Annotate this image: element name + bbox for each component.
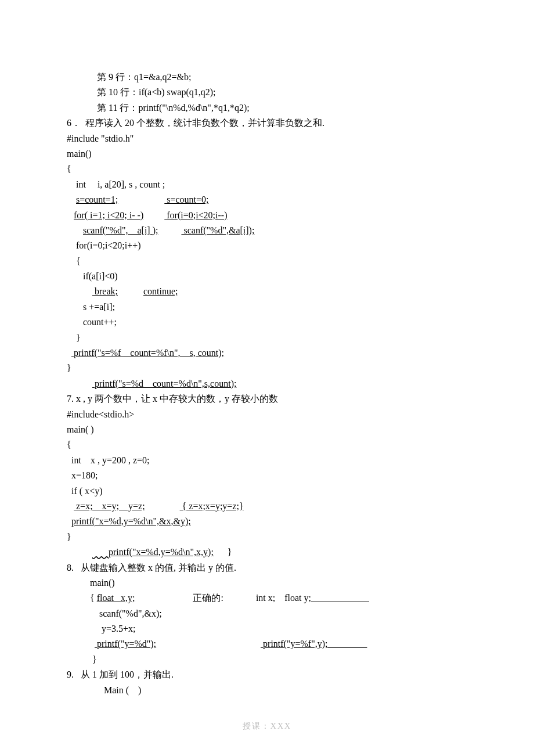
text-line: 第 11 行：printf("\n%d,%d\n",*q1,*q2); (67, 100, 467, 116)
code-line: } (67, 330, 467, 345)
text-line: 第 9 行：q1=&a,q2=&b; (67, 70, 467, 85)
code-line: Main ( ) (67, 683, 467, 698)
code-line: x=180; (67, 468, 467, 483)
code-line: if ( x<y) (67, 484, 467, 499)
code-line: printf("y=%d"); printf("y=%f",y); (67, 636, 467, 651)
code-line: } (67, 530, 467, 545)
underlined-correction: printf("s=%d count=%d\n",s,count); (92, 379, 236, 388)
code-line: s=count=1; s=count=0; (67, 192, 467, 207)
underlined-correction: for(i=0;i<20;i--) (164, 210, 227, 220)
underlined-correction: { z=x;x=y;y=z;} (180, 501, 244, 511)
code-line: y=3.5+x; (67, 621, 467, 636)
code-line: main() (67, 575, 467, 591)
code-line: for( i=1; i<20; i- -) for(i=0;i<20;i--) (67, 208, 467, 223)
code-line: int x , y=200 , z=0; (67, 453, 467, 468)
code-line: count++; (67, 315, 467, 330)
underlined-error: printf("y=%d"); (95, 639, 156, 649)
underlined-error: float x,y; (97, 593, 135, 603)
code-line: for(i=0;i<20;i++) (67, 238, 467, 253)
code-line: printf("s=%d count=%d\n",s,count); (67, 376, 467, 391)
page-footer: 授课：XXX (0, 719, 534, 733)
code-line: break; continue; (67, 284, 467, 299)
text-line: 8. 从键盘输入整数 x 的值, 并输出 y 的值. (67, 560, 467, 575)
code-line: z=x; x=y; y=z; { z=x;x=y;y=z;} (67, 499, 467, 514)
code-line: printf("x=%d,y=%d\n",x,y); } (67, 545, 467, 560)
text-line: 9. 从 1 加到 100，并输出. (67, 667, 467, 682)
code-line: { (67, 161, 467, 177)
text-line: 7. x , y 两个数中，让 x 中存较大的数，y 存较小的数 (67, 391, 467, 406)
code-line: if(a[i]<0) (67, 269, 467, 284)
code-line: main() (67, 146, 467, 161)
underlined-correction: continue; (143, 286, 178, 296)
underlined-correction: s=count=0; (164, 195, 208, 204)
code-line: } (67, 361, 467, 376)
underlined-error: printf("x=%d,y=%d\n",&x,&y); (71, 516, 191, 526)
code-line: printf("s=%f count=%f\n", s, count); (67, 345, 467, 361)
document-page: 第 9 行：q1=&a,q2=&b; 第 10 行：if(a<b) swap(q… (0, 0, 534, 756)
underlined-error: break; (92, 286, 118, 296)
code-line: main( ) (67, 422, 467, 437)
code-line: { (67, 437, 467, 452)
code-line: scanf("%d", a[i] ); scanf("%d",&a[i]); (67, 223, 467, 238)
code-line: int i, a[20], s , count ; (67, 177, 467, 192)
code-line: { (67, 254, 467, 269)
underlined-error: for( i=1; i<20; i- -) (74, 210, 143, 220)
code-line: scanf("%d",&x); (67, 606, 467, 621)
underlined-correction: printf("y=%f",y); (261, 639, 367, 649)
code-line: s +=a[i]; (67, 300, 467, 315)
underlined-error: z=x; x=y; y=z; (74, 501, 145, 511)
underlined-correction: scanf("%d",&a[i]); (181, 225, 254, 235)
code-line: { float x,y; 正确的: int x; float y; (67, 591, 467, 606)
wavy-underline (92, 547, 109, 557)
text-line: 6． 程序读入 20 个整数，统计非负数个数，并计算非负数之和. (67, 116, 467, 131)
code-line: } (67, 652, 467, 667)
underlined-correction: printf("x=%d,y=%d\n",x,y); (109, 547, 214, 557)
code-line: #include "stdio.h" (67, 131, 467, 146)
code-line: #include<stdio.h> (67, 407, 467, 422)
code-line: printf("x=%d,y=%d\n",&x,&y); (67, 514, 467, 529)
underlined-error: s=count=1; (76, 195, 118, 204)
underlined-blank (311, 593, 369, 603)
underlined-error: printf("s=%f count=%f\n", s, count); (71, 348, 224, 358)
underlined-error: scanf("%d", a[i] ); (83, 225, 158, 235)
text-line: 第 10 行：if(a<b) swap(q1,q2); (67, 85, 467, 100)
